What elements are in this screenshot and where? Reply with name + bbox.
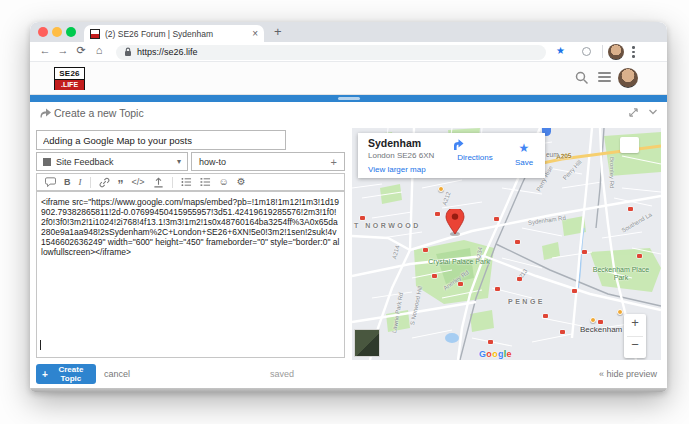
map-pin-icon <box>444 209 466 235</box>
browser-toolbar: ← → ⟳ ⌂ https://se26.life ★ <box>30 42 667 62</box>
map-info-card: Sydenham London SE26 6XN View larger map… <box>358 133 545 178</box>
category-select[interactable]: Site Feedback ▾ <box>36 152 188 171</box>
rail-station-icon <box>488 340 493 344</box>
create-topic-button[interactable]: + Create Topic <box>36 364 96 384</box>
extension-icon[interactable] <box>582 47 591 56</box>
satellite-view-thumbnail[interactable] <box>354 329 380 357</box>
user-avatar[interactable] <box>618 68 638 88</box>
italic-icon[interactable]: I <box>79 178 82 187</box>
bold-icon[interactable]: B <box>64 178 71 187</box>
rail-station-icon <box>628 207 633 211</box>
upload-icon[interactable] <box>153 177 164 188</box>
map-place-address: London SE26 6XN <box>368 151 434 160</box>
map-place-name: Sydenham <box>368 137 421 149</box>
zoom-out-button[interactable]: − <box>624 337 646 352</box>
directions-icon <box>452 138 465 151</box>
google-logo: Google <box>479 349 512 359</box>
tab-close-icon[interactable]: × <box>252 29 258 39</box>
saved-status: saved <box>270 369 294 379</box>
reply-arrow-icon <box>38 107 52 118</box>
tab-strip: (2) SE26 Forum | Sydenham × + <box>30 22 667 42</box>
bullet-list-icon[interactable] <box>181 177 192 187</box>
toolbar-separator <box>90 177 91 188</box>
back-icon[interactable]: ← <box>38 44 52 56</box>
close-window-button[interactable] <box>38 27 48 37</box>
map-label: Bromley Rd <box>609 157 615 188</box>
map-preview[interactable]: T NORWOODCrystal Palace ParkPENGEBeckenh… <box>352 128 661 360</box>
editor-toolbar: B I ” </> ☺ ⚙ <box>36 173 345 191</box>
bookmark-star-icon[interactable]: ★ <box>556 45 565 56</box>
add-tag-icon: + <box>331 156 337 168</box>
composer-body-textarea[interactable]: <iframe src="https://www.google.com/maps… <box>36 191 345 358</box>
create-topic-label: Create Topic <box>52 365 90 383</box>
rail-station-icon <box>572 289 577 293</box>
chevron-down-icon: ▾ <box>177 157 181 166</box>
text-cursor <box>40 340 41 350</box>
rail-station-icon <box>598 320 603 324</box>
directions-label: Directions <box>452 153 498 162</box>
rail-station-icon <box>494 217 499 221</box>
poi-icon <box>590 317 596 323</box>
rail-station-icon <box>560 330 565 334</box>
numbered-list-icon[interactable] <box>200 177 211 187</box>
rail-station-icon <box>637 254 642 258</box>
rail-station-icon <box>458 282 463 286</box>
address-bar[interactable]: https://se26.life <box>116 45 546 60</box>
collapse-composer-chevron-icon[interactable] <box>648 108 658 116</box>
url-text: https://se26.life <box>137 47 198 57</box>
cancel-link[interactable]: cancel <box>104 369 130 379</box>
plus-icon: + <box>42 369 48 380</box>
topic-title-input[interactable] <box>36 130 286 150</box>
hide-preview-link[interactable]: « hide preview <box>599 369 657 379</box>
logo-line2: .LIFE <box>55 80 84 90</box>
directions-button[interactable]: Directions <box>452 138 498 162</box>
toolbar-separator <box>172 177 173 188</box>
link-icon[interactable] <box>99 177 110 188</box>
map-label: Beckenham Place Park <box>590 266 652 282</box>
save-label: Save <box>501 158 547 167</box>
rail-station-icon <box>582 250 587 254</box>
toolbar-divider <box>602 45 603 58</box>
forum-header: SE26 .LIFE <box>30 62 667 95</box>
composer: Create a new Topic Site Feedback ▾ how-t… <box>30 102 667 388</box>
blockquote-icon[interactable]: ” <box>118 182 124 188</box>
browser-menu-icon[interactable] <box>632 46 635 60</box>
poi-icon <box>438 186 444 192</box>
save-place-button[interactable]: ★ Save <box>501 138 547 167</box>
minimize-window-button[interactable] <box>52 27 62 37</box>
code-icon[interactable]: </> <box>132 178 145 187</box>
map-label: eum <box>546 151 559 158</box>
emoji-icon[interactable]: ☺ <box>219 177 229 187</box>
composer-grippie[interactable] <box>30 95 667 102</box>
lock-icon <box>124 47 132 57</box>
map-label: T NORWOOD <box>354 222 421 229</box>
se26-logo[interactable]: SE26 .LIFE <box>54 67 85 90</box>
new-tab-button[interactable]: + <box>274 24 282 39</box>
rail-station-icon <box>495 287 500 291</box>
map-fullscreen-button[interactable] <box>620 137 639 153</box>
forward-icon[interactable]: → <box>56 44 70 56</box>
rail-station-icon <box>423 248 428 252</box>
expand-composer-icon[interactable] <box>628 107 639 118</box>
tag-select[interactable]: how-to + <box>191 152 345 171</box>
rail-station-icon <box>435 212 440 216</box>
save-star-icon: ★ <box>519 141 530 155</box>
map-label: PENGE <box>508 298 545 305</box>
logo-line1: SE26 <box>55 68 84 80</box>
view-larger-map-link[interactable]: View larger map <box>368 165 426 174</box>
zoom-window-button[interactable] <box>66 27 76 37</box>
category-color-badge <box>43 158 51 166</box>
poi-icon <box>617 309 623 315</box>
browser-tab[interactable]: (2) SE26 Forum | Sydenham × <box>84 25 264 42</box>
quote-post-icon[interactable] <box>45 177 56 187</box>
tab-title: (2) SE26 Forum | Sydenham <box>105 29 248 39</box>
hamburger-menu-icon[interactable] <box>598 72 611 85</box>
reload-icon[interactable]: ⟳ <box>74 44 88 57</box>
gear-icon[interactable]: ⚙ <box>237 177 246 187</box>
desktop: (2) SE26 Forum | Sydenham × + ← → ⟳ ⌂ ht… <box>0 0 689 424</box>
zoom-in-button[interactable]: + <box>624 315 646 330</box>
search-icon[interactable] <box>575 71 589 85</box>
tag-label: how-to <box>199 157 226 167</box>
home-icon[interactable]: ⌂ <box>92 44 106 56</box>
browser-profile-avatar[interactable] <box>608 44 624 60</box>
